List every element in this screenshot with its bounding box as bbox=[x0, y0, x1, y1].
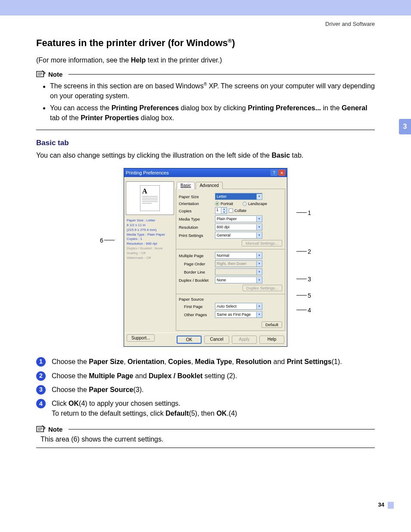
chevron-down-icon: ▾ bbox=[256, 261, 262, 267]
callout-1: 1 bbox=[308, 209, 311, 216]
s4b: OK bbox=[68, 400, 79, 407]
lbl-papersize: Paper Size bbox=[179, 194, 213, 199]
page-number-accent bbox=[388, 502, 394, 509]
page-number: 34 bbox=[378, 501, 384, 508]
st-dim-in: 8 1/2 x 11 in bbox=[127, 223, 173, 228]
s2a: Choose the bbox=[52, 372, 89, 380]
n1i2c: dialog box by clicking bbox=[179, 104, 248, 112]
tab-basic-label: Basic bbox=[181, 183, 191, 188]
val-otherpages: Same as First Page bbox=[217, 312, 251, 317]
note2-body: This area (6) shows the current settings… bbox=[36, 433, 375, 448]
duplex-settings-button[interactable]: Duplex Settings... bbox=[243, 285, 282, 291]
step-bullet-4: 4 bbox=[36, 399, 46, 408]
val-pageorder: Right, then Down bbox=[217, 261, 246, 266]
s4g: OK bbox=[216, 410, 227, 417]
apply-button[interactable]: Apply bbox=[232, 336, 257, 344]
s1l: Print Settings bbox=[287, 358, 332, 365]
val-portrait: Portrait bbox=[221, 202, 233, 206]
st-watermark: Watermark : Off bbox=[127, 256, 173, 261]
lbl-mediatype: Media Type bbox=[179, 217, 213, 221]
chevron-down-icon: ▾ bbox=[256, 216, 262, 222]
select-resolution[interactable]: 600 dpi▾ bbox=[215, 224, 262, 230]
val-collate: Collate bbox=[234, 208, 246, 213]
checkbox-collate[interactable]: Collate bbox=[229, 208, 246, 213]
s1f: Copies bbox=[168, 358, 191, 365]
note-block-1: Note The screens in this section are on … bbox=[36, 70, 375, 130]
select-firstpage[interactable]: Auto Select▾ bbox=[215, 303, 262, 310]
s2c: and bbox=[133, 372, 149, 380]
s4h: .(4) bbox=[227, 410, 237, 417]
n1i2g: tab of the bbox=[50, 114, 81, 121]
select-duplex[interactable]: None▾ bbox=[215, 277, 262, 283]
manual-settings-button[interactable]: Manual Settings... bbox=[242, 240, 282, 246]
select-pageorder: Right, then Down▾ bbox=[215, 260, 262, 267]
lbl-papersource: Paper Source bbox=[179, 297, 282, 302]
st-media: Media Type : Plain Paper bbox=[127, 233, 173, 237]
s1k: and bbox=[271, 358, 287, 365]
page-preview[interactable]: A bbox=[126, 181, 174, 215]
lbl-duplex: Duplex / Booklet bbox=[179, 278, 213, 283]
tab-advanced[interactable]: Advanced bbox=[196, 182, 222, 189]
title-pre: Features in the printer driver (for Wind… bbox=[36, 37, 228, 48]
s1d: Orientation bbox=[128, 358, 164, 365]
n1i1sup: ® bbox=[204, 82, 207, 87]
st-dim-mm: (215.9 x 279.4 mm) bbox=[127, 228, 173, 233]
st-scaling: Scaling : Off bbox=[127, 251, 173, 256]
val-mediatype: Plain Paper bbox=[217, 217, 237, 221]
intro-text: (For more information, see the Help text… bbox=[36, 56, 375, 64]
s4a: Click bbox=[52, 400, 68, 407]
val-printsettings: General bbox=[217, 233, 230, 237]
radio-portrait[interactable]: Portrait bbox=[215, 202, 233, 206]
basic-tab-heading: Basic tab bbox=[36, 139, 375, 147]
step-4: 4 Click OK(4) to apply your chosen setti… bbox=[36, 399, 375, 418]
note-label: Note bbox=[48, 71, 62, 78]
n1i2i: dialog box. bbox=[139, 114, 174, 121]
intro-b: Help bbox=[131, 56, 146, 64]
s1g: , bbox=[191, 358, 195, 365]
dialog-title-text: Printing Preferences bbox=[126, 170, 169, 175]
n1i1a: The screens in this section are on based… bbox=[50, 83, 204, 90]
s1b: Paper Size bbox=[89, 358, 124, 365]
chevron-down-icon: ▾ bbox=[256, 253, 262, 258]
default-button[interactable]: Default bbox=[262, 321, 282, 328]
callout-6: 6 bbox=[100, 237, 103, 244]
n1i2e: in the bbox=[321, 104, 342, 112]
support-button[interactable]: Support... bbox=[127, 334, 155, 342]
select-printsettings[interactable]: General▾ bbox=[215, 232, 262, 239]
select-otherpages[interactable]: Same as First Page▾ bbox=[215, 311, 262, 318]
intro-c: text in the printer driver.) bbox=[146, 56, 222, 64]
radio-landscape[interactable]: Landscape bbox=[243, 202, 267, 206]
ok-button[interactable]: OK bbox=[177, 336, 202, 344]
note-icon bbox=[36, 70, 46, 78]
chevron-down-icon: ▾ bbox=[256, 269, 262, 275]
val-duplex: None bbox=[217, 278, 226, 282]
n1i2h: Printer Properties bbox=[81, 114, 139, 121]
step-bullet-3: 3 bbox=[36, 385, 46, 395]
tab-basic[interactable]: Basic bbox=[177, 182, 195, 189]
dialog-figure: 1 2 3 5 4 6 Printing Preferences ? ✕ A bbox=[113, 168, 298, 347]
chevron-down-icon: ▾ bbox=[256, 312, 262, 317]
select-papersize[interactable]: Letter▾ bbox=[215, 193, 262, 200]
dialog-titlebar[interactable]: Printing Preferences ? ✕ bbox=[124, 168, 287, 177]
running-header: Driver and Software bbox=[0, 16, 411, 27]
step-1: 1 Choose the Paper Size, Orientation, Co… bbox=[36, 357, 375, 367]
input-copies[interactable]: 1▴▾ bbox=[215, 207, 227, 214]
intro-a: (For more information, see the bbox=[36, 56, 131, 64]
cancel-button[interactable]: Cancel bbox=[204, 336, 229, 344]
callout-2: 2 bbox=[308, 248, 311, 255]
select-borderline: ▾ bbox=[215, 268, 262, 275]
n1i2b: Printing Preferences bbox=[112, 104, 179, 112]
s1j: Resolution bbox=[236, 358, 271, 365]
top-accent-bar bbox=[0, 0, 411, 16]
s4f: (5), then bbox=[189, 410, 216, 417]
select-mediatype[interactable]: Plain Paper▾ bbox=[215, 215, 262, 222]
s1c: , bbox=[124, 358, 128, 365]
printing-preferences-dialog: Printing Preferences ? ✕ A Paper Size : … bbox=[124, 168, 287, 347]
select-multipage[interactable]: Normal▾ bbox=[215, 252, 262, 259]
help-button[interactable]: Help bbox=[259, 336, 284, 344]
titlebar-close-button[interactable]: ✕ bbox=[278, 170, 285, 176]
page-title: Features in the printer driver (for Wind… bbox=[36, 37, 375, 49]
titlebar-help-button[interactable]: ? bbox=[271, 170, 277, 176]
si-a: You can also change settings by clicking… bbox=[36, 152, 271, 159]
step-bullet-2: 2 bbox=[36, 371, 46, 381]
